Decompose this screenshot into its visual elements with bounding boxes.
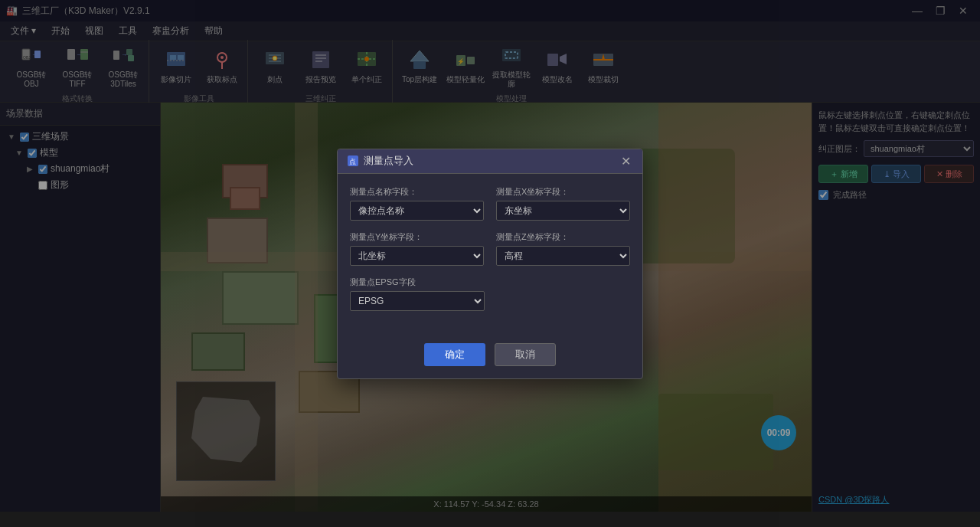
modal-row-3: 测量点EPSG字段 EPSG [350,277,630,311]
z-field-label: 测量点Z坐标字段： [496,231,630,243]
y-field-label: 测量点Y坐标字段： [350,231,484,243]
modal-footer: 确定 取消 [338,334,642,378]
x-field-group: 测量点X坐标字段： 东坐标 [496,186,630,221]
modal-close-button[interactable]: ✕ [618,153,633,169]
modal-overlay: 点 测量点导入 ✕ 测量点名称字段： 像控点名称 测量点X坐标字段： 东坐标 [0,0,980,527]
epsg-field-group: 测量点EPSG字段 EPSG [350,277,485,311]
epsg-field-select[interactable]: EPSG [350,291,485,311]
confirm-button[interactable]: 确定 [424,343,485,366]
modal-body: 测量点名称字段： 像控点名称 测量点X坐标字段： 东坐标 测量点Y坐标字段： [338,174,642,334]
x-field-label: 测量点X坐标字段： [496,186,630,198]
modal-title: 点 测量点导入 [347,154,413,168]
z-field-group: 测量点Z坐标字段： 高程 [496,231,630,266]
z-field-select[interactable]: 高程 [496,246,630,266]
modal-row-1: 测量点名称字段： 像控点名称 测量点X坐标字段： 东坐标 [350,186,630,221]
modal-row-2: 测量点Y坐标字段： 北坐标 测量点Z坐标字段： 高程 [350,231,630,266]
name-field-group: 测量点名称字段： 像控点名称 [350,186,484,221]
modal-icon: 点 [347,155,359,167]
modal-header: 点 测量点导入 ✕ [338,149,642,174]
y-field-group: 测量点Y坐标字段： 北坐标 [350,231,484,266]
epsg-field-label: 测量点EPSG字段 [350,277,485,288]
y-field-select[interactable]: 北坐标 [350,246,484,266]
x-field-select[interactable]: 东坐标 [496,201,630,221]
cancel-button[interactable]: 取消 [495,343,556,366]
name-field-select[interactable]: 像控点名称 [350,201,484,221]
name-field-label: 测量点名称字段： [350,186,484,198]
svg-text:点: 点 [349,158,356,165]
modal-dialog: 点 测量点导入 ✕ 测量点名称字段： 像控点名称 测量点X坐标字段： 东坐标 [337,149,643,379]
